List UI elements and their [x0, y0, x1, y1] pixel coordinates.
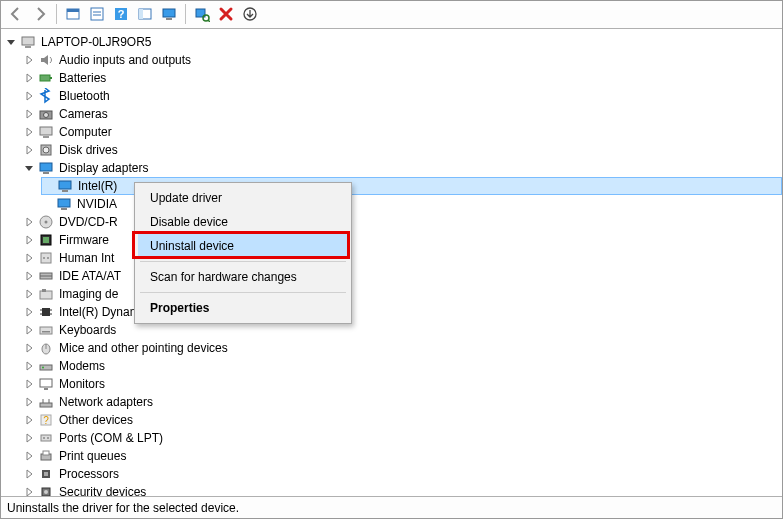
- tree-node[interactable]: Ports (COM & LPT): [23, 429, 782, 447]
- svg-rect-9: [163, 9, 175, 17]
- menu-item-uninstall-device[interactable]: Uninstall device: [138, 234, 348, 258]
- tree-node[interactable]: Monitors: [23, 375, 782, 393]
- tree-node[interactable]: Print queues: [23, 447, 782, 465]
- chevron-right-icon[interactable]: [23, 234, 35, 246]
- device-tree[interactable]: LAPTOP-0LJR9OR5Audio inputs and outputsB…: [1, 29, 782, 497]
- chevron-right-icon[interactable]: [23, 468, 35, 480]
- menu-item-disable-device[interactable]: Disable device: [138, 210, 348, 234]
- tree-node[interactable]: ?Other devices: [23, 411, 782, 429]
- svg-rect-40: [40, 291, 52, 299]
- help-button[interactable]: ?: [110, 3, 132, 25]
- tree-node[interactable]: Security devices: [23, 483, 782, 497]
- tree-node-label: Cameras: [57, 107, 110, 121]
- chevron-right-icon[interactable]: [23, 126, 35, 138]
- tree-node[interactable]: Cameras: [23, 105, 782, 123]
- menu-separator: [140, 292, 346, 293]
- toolbar-separator: [185, 4, 186, 24]
- tree-node[interactable]: Audio inputs and outputs: [23, 51, 782, 69]
- tree-node[interactable]: Disk drives: [23, 141, 782, 159]
- menu-item-update-driver[interactable]: Update driver: [138, 186, 348, 210]
- tree-node-label: Disk drives: [57, 143, 120, 157]
- dvd-icon: [38, 214, 54, 230]
- chevron-down-icon[interactable]: [5, 36, 17, 48]
- menu-separator: [140, 261, 346, 262]
- chevron-right-icon[interactable]: [23, 360, 35, 372]
- tree-node[interactable]: Network adapters: [23, 393, 782, 411]
- tree-node[interactable]: Batteries: [23, 69, 782, 87]
- content-area: LAPTOP-0LJR9OR5Audio inputs and outputsB…: [1, 29, 782, 497]
- remote-computer-button[interactable]: [158, 3, 180, 25]
- chevron-right-icon[interactable]: [23, 396, 35, 408]
- svg-rect-17: [40, 75, 50, 81]
- chevron-right-icon[interactable]: [23, 108, 35, 120]
- tree-node[interactable]: Display adapters: [23, 159, 782, 177]
- chevron-right-icon[interactable]: [23, 216, 35, 228]
- tree-node-label: Computer: [57, 125, 114, 139]
- camera-icon: [38, 106, 54, 122]
- security-icon: [38, 484, 54, 497]
- monitor-icon: [38, 376, 54, 392]
- tree-node[interactable]: Modems: [23, 357, 782, 375]
- menu-item-properties[interactable]: Properties: [138, 296, 348, 320]
- svg-rect-10: [166, 18, 172, 20]
- status-text: Uninstalls the driver for the selected d…: [7, 501, 239, 515]
- tree-node-label: DVD/CD-R: [57, 215, 120, 229]
- svg-rect-35: [41, 253, 51, 263]
- tree-node-label: Bluetooth: [57, 89, 112, 103]
- svg-rect-51: [40, 365, 52, 370]
- chevron-right-icon[interactable]: [23, 288, 35, 300]
- tree-node-label: Print queues: [57, 449, 128, 463]
- tree-node[interactable]: Mice and other pointing devices: [23, 339, 782, 357]
- svg-rect-16: [25, 46, 31, 48]
- tree-node[interactable]: Bluetooth: [23, 87, 782, 105]
- tree-node-label: Mice and other pointing devices: [57, 341, 230, 355]
- svg-rect-53: [40, 379, 52, 387]
- tree-node[interactable]: Processors: [23, 465, 782, 483]
- network-icon: [38, 394, 54, 410]
- show-hidden-button[interactable]: [62, 3, 84, 25]
- svg-point-68: [44, 490, 48, 494]
- forward-button[interactable]: [29, 3, 51, 25]
- context-menu: Update driverDisable deviceUninstall dev…: [134, 182, 352, 324]
- chevron-right-icon[interactable]: [23, 414, 35, 426]
- chevron-right-icon[interactable]: [23, 486, 35, 497]
- svg-rect-1: [67, 9, 79, 12]
- keyboard-icon: [38, 322, 54, 338]
- tree-node-label: Display adapters: [57, 161, 150, 175]
- back-button[interactable]: [5, 3, 27, 25]
- remove-button[interactable]: [215, 3, 237, 25]
- chevron-down-icon[interactable]: [23, 162, 35, 174]
- svg-rect-2: [91, 8, 103, 20]
- chevron-right-icon[interactable]: [23, 378, 35, 390]
- scan-hardware-button[interactable]: [191, 3, 213, 25]
- svg-rect-54: [44, 388, 48, 390]
- update-button[interactable]: [239, 3, 261, 25]
- svg-point-36: [43, 257, 45, 259]
- menu-item-scan-for-hardware-changes[interactable]: Scan for hardware changes: [138, 265, 348, 289]
- tree-root-node[interactable]: LAPTOP-0LJR9OR5: [5, 33, 782, 51]
- chevron-right-icon[interactable]: [23, 270, 35, 282]
- view-button[interactable]: [134, 3, 156, 25]
- tree-node-label: Processors: [57, 467, 121, 481]
- tree-node[interactable]: Computer: [23, 123, 782, 141]
- tree-node-label: Intel(R): [76, 179, 119, 193]
- chevron-right-icon[interactable]: [23, 72, 35, 84]
- tree-node-label: Imaging de: [57, 287, 120, 301]
- svg-point-37: [47, 257, 49, 259]
- chip-icon: [38, 304, 54, 320]
- mouse-icon: [38, 340, 54, 356]
- chevron-right-icon[interactable]: [23, 432, 35, 444]
- svg-rect-41: [42, 289, 46, 292]
- chevron-right-icon[interactable]: [23, 252, 35, 264]
- chevron-right-icon[interactable]: [23, 306, 35, 318]
- chevron-right-icon[interactable]: [23, 144, 35, 156]
- chevron-right-icon[interactable]: [23, 324, 35, 336]
- svg-line-13: [208, 20, 210, 22]
- chevron-right-icon[interactable]: [23, 90, 35, 102]
- chevron-right-icon[interactable]: [23, 342, 35, 354]
- properties-button[interactable]: [86, 3, 108, 25]
- audio-icon: [38, 52, 54, 68]
- chevron-right-icon[interactable]: [23, 54, 35, 66]
- chevron-right-icon[interactable]: [23, 450, 35, 462]
- firmware-icon: [38, 232, 54, 248]
